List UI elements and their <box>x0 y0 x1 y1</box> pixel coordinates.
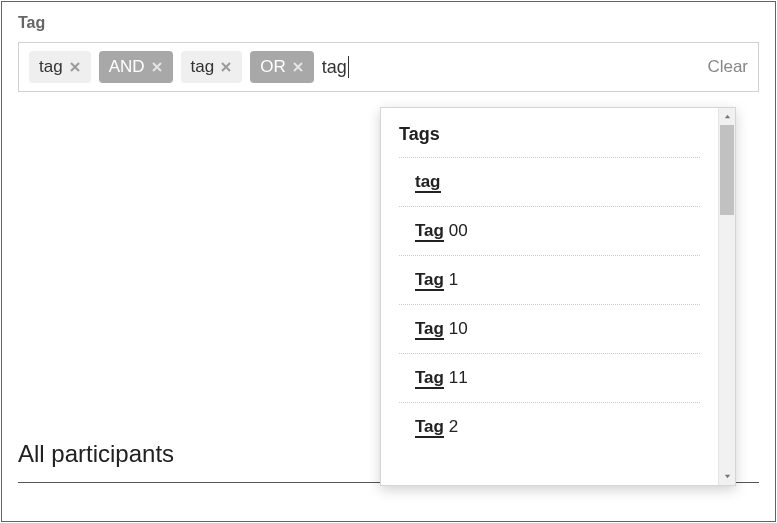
chip-label: AND <box>109 57 145 77</box>
dropdown-scrollbar[interactable] <box>718 108 735 485</box>
close-icon[interactable] <box>151 61 163 73</box>
text-cursor <box>348 56 349 78</box>
dropdown-item-match: Tag <box>415 319 444 340</box>
dropdown-item-match: Tag <box>415 270 444 291</box>
chip-tag-1[interactable]: tag <box>29 51 91 83</box>
dropdown-item[interactable]: Tag 2 <box>399 402 700 451</box>
chip-operator-or[interactable]: OR <box>250 51 314 83</box>
scroll-up-icon[interactable] <box>719 108 735 125</box>
chip-label: tag <box>191 57 215 77</box>
text-input-wrap[interactable]: tag <box>322 57 372 78</box>
chip-tag-2[interactable]: tag <box>181 51 243 83</box>
field-label-tag: Tag <box>18 14 759 32</box>
dropdown-item[interactable]: Tag 00 <box>399 206 700 255</box>
chip-operator-and[interactable]: AND <box>99 51 173 83</box>
close-icon[interactable] <box>220 61 232 73</box>
tag-autocomplete-dropdown: Tags tag Tag 00 Tag 1 Tag 10 Tag 11 Tag … <box>380 107 736 486</box>
chip-label: tag <box>39 57 63 77</box>
close-icon[interactable] <box>292 61 304 73</box>
dropdown-item-rest: 11 <box>444 368 468 387</box>
dropdown-item-match: tag <box>415 172 441 193</box>
clear-button[interactable]: Clear <box>707 57 748 77</box>
tag-filter-input-row[interactable]: tag AND tag OR <box>18 42 759 92</box>
dropdown-item-rest: 1 <box>444 270 458 289</box>
dropdown-item[interactable]: Tag 1 <box>399 255 700 304</box>
dropdown-header: Tags <box>399 124 700 157</box>
dropdown-item-match: Tag <box>415 368 444 389</box>
scroll-down-icon[interactable] <box>719 468 735 485</box>
dropdown-item[interactable]: Tag 10 <box>399 304 700 353</box>
dropdown-item-rest: 10 <box>444 319 468 338</box>
dropdown-item-rest: 00 <box>444 221 468 240</box>
tag-text-input[interactable]: tag <box>322 57 372 78</box>
scroll-thumb[interactable] <box>720 125 734 215</box>
dropdown-item[interactable]: tag <box>399 157 700 206</box>
chip-label: OR <box>260 57 286 77</box>
close-icon[interactable] <box>69 61 81 73</box>
dropdown-item-match: Tag <box>415 221 444 242</box>
dropdown-item-match: Tag <box>415 417 444 438</box>
dropdown-item[interactable]: Tag 11 <box>399 353 700 402</box>
section-title-all-participants: All participants <box>18 440 174 468</box>
dropdown-item-rest: 2 <box>444 417 458 436</box>
